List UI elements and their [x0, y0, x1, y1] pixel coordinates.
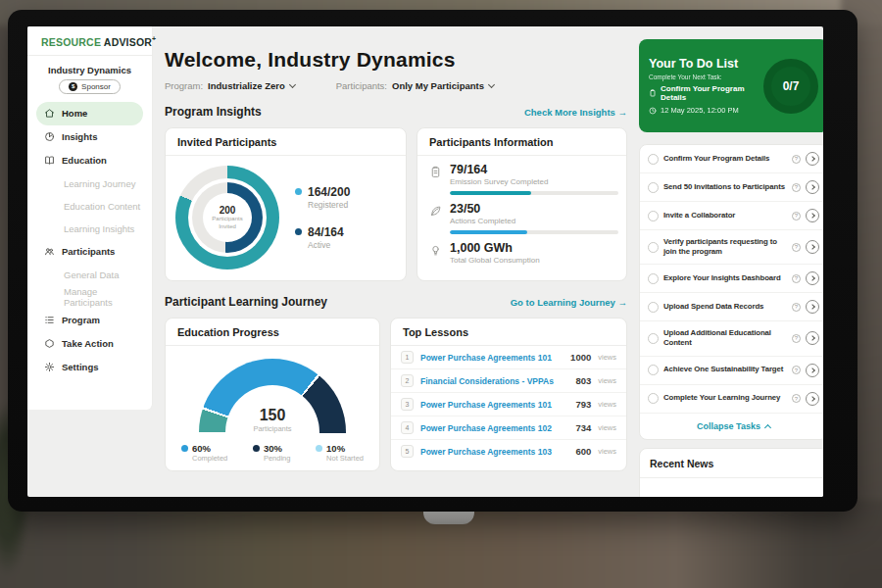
sidebar-item-education-content[interactable]: Education Content [36, 195, 143, 218]
chevron-right-icon[interactable] [806, 300, 819, 314]
chevron-right-icon[interactable] [806, 392, 819, 406]
checkbox-icon[interactable] [648, 242, 659, 253]
chevron-right-icon[interactable] [806, 271, 819, 285]
stat-label: Actions Completed [450, 217, 618, 225]
program-dropdown[interactable]: Program: Industrialize Zero [165, 80, 295, 91]
todo-item[interactable]: Achieve One Sustainability Target ? [640, 357, 823, 385]
go-to-learning-journey-link[interactable]: Go to Learning Journey → [511, 297, 627, 308]
checkbox-icon[interactable] [648, 211, 659, 221]
todo-due: 12 May 2025, 12:00 PM [649, 106, 758, 115]
legend-item-registered: 164/200 Registered [295, 185, 350, 210]
action-icon [44, 338, 55, 349]
chevron-right-icon[interactable] [806, 364, 819, 377]
lesson-row: 2 Financial Considerations - VPPAs 803 v… [391, 369, 626, 393]
todo-item[interactable]: Verify participants requesting to join t… [640, 230, 823, 265]
collapse-tasks-link[interactable]: Collapse Tasks [640, 414, 823, 439]
chevron-right-icon[interactable] [806, 240, 819, 254]
chevron-right-icon[interactable] [806, 209, 819, 222]
gear-icon [44, 362, 55, 372]
book-icon [44, 155, 55, 166]
checkbox-icon[interactable] [648, 365, 659, 375]
todo-item[interactable]: Confirm Your Program Details ? [640, 145, 823, 173]
checkbox-icon[interactable] [648, 333, 659, 344]
lesson-views: 600 [575, 446, 591, 457]
sidebar-item-label: Program [62, 315, 100, 325]
sidebar-item-participants[interactable]: Participants [36, 240, 143, 264]
lesson-link[interactable]: Power Purchase Agreements 103 [420, 447, 568, 457]
sidebar-item-learning-insights[interactable]: Learning Insights [36, 218, 143, 240]
todo-item[interactable]: Upload Spend Data Records ? [640, 293, 823, 321]
sidebar-item-general-data[interactable]: General Data [36, 264, 143, 286]
checkbox-icon[interactable] [648, 302, 659, 313]
checkbox-icon[interactable] [648, 273, 659, 284]
filters-row: Program: Industrialize Zero Participants… [165, 80, 627, 91]
legend-item-not-started: 10% Not Started [316, 443, 364, 463]
sidebar-item-label: Education [62, 155, 107, 166]
stat-actions-completed: 23/50 Actions Completed [417, 195, 626, 234]
todo-item[interactable]: Send 50 Invitations to Participants ? [640, 173, 823, 202]
lesson-link[interactable]: Power Purchase Agreements 101 [420, 353, 564, 363]
sidebar-item-program[interactable]: Program [36, 309, 143, 332]
todo-summary-card: Your To Do List Complete Your Next Task:… [639, 39, 823, 132]
program-insights-header: Program Insights Check More Insights → [165, 105, 627, 119]
clipboard-icon [429, 166, 442, 178]
sidebar-item-take-action[interactable]: Take Action [36, 332, 143, 356]
sidebar-item-education[interactable]: Education [36, 149, 143, 172]
progress-bar-fill [450, 230, 527, 234]
help-icon[interactable]: ? [792, 303, 801, 312]
sidebar-item-home[interactable]: Home [36, 102, 143, 125]
bulb-icon [429, 244, 442, 257]
todo-item[interactable]: Complete Your Learning Journey ? [640, 385, 823, 414]
legend-dot [295, 228, 302, 235]
chevron-right-icon[interactable] [806, 180, 819, 194]
card-title: Top Lessons [391, 318, 626, 346]
help-icon[interactable]: ? [792, 243, 801, 252]
lesson-views: 803 [575, 375, 591, 386]
gauge-center-value: 150 [199, 407, 346, 424]
checkbox-icon[interactable] [648, 182, 659, 193]
dashboard-app: RESOURCE ADVISOR+ Industry Dynamics $ Sp… [27, 26, 823, 497]
lesson-link[interactable]: Financial Considerations - VPPAs [420, 376, 568, 386]
todo-title: Your To Do List [649, 57, 758, 71]
people-icon [44, 246, 55, 257]
lesson-views-suffix: views [598, 400, 616, 409]
gauge-center-label: 150 Participants [199, 407, 346, 433]
stat-value: 23/50 [450, 202, 618, 216]
checkbox-icon[interactable] [648, 393, 659, 404]
todo-item[interactable]: Invite a Collaborator ? [640, 202, 823, 230]
progress-bar [450, 230, 618, 234]
legend-item-pending: 30% Pending [253, 443, 291, 463]
main-content: Welcome, Industry Dynamics Program: Indu… [165, 26, 627, 471]
program-filter-label: Program: [165, 80, 203, 91]
help-icon[interactable]: ? [792, 155, 801, 164]
sidebar-item-label: Take Action [62, 338, 114, 349]
lesson-views: 734 [575, 422, 591, 433]
legend-dot [295, 188, 302, 195]
help-icon[interactable]: ? [792, 183, 801, 192]
checkbox-icon[interactable] [648, 154, 659, 165]
todo-next-task: Confirm Your Program Details [649, 84, 758, 102]
lesson-link[interactable]: Power Purchase Agreements 101 [420, 400, 568, 410]
donut-center-caption: Participants [212, 216, 242, 223]
donut-center-value: 200 [220, 205, 236, 216]
stat-global-consumption: 1,000 GWh Total Global Consumption [417, 234, 626, 265]
sidebar-item-settings[interactable]: Settings [36, 356, 143, 379]
legend-value: 30% [264, 443, 282, 454]
section-title: Program Insights [165, 105, 262, 119]
help-icon[interactable]: ? [792, 334, 801, 343]
todo-item[interactable]: Upload Additional Educational Content ? [640, 321, 823, 356]
sidebar-item-learning-journey[interactable]: Learning Journey [36, 172, 143, 195]
legend-label: Registered [308, 200, 350, 210]
help-icon[interactable]: ? [792, 212, 801, 220]
sidebar-item-manage-participants[interactable]: Manage Participants [36, 286, 143, 309]
chevron-right-icon[interactable] [806, 331, 819, 345]
todo-item[interactable]: Explore Your Insights Dashboard ? [640, 265, 823, 293]
help-icon[interactable]: ? [792, 274, 801, 283]
chevron-right-icon[interactable] [806, 152, 819, 166]
help-icon[interactable]: ? [792, 366, 801, 374]
lesson-link[interactable]: Power Purchase Agreements 102 [420, 423, 568, 433]
sidebar-item-insights[interactable]: Insights [36, 125, 143, 149]
check-more-insights-link[interactable]: Check More Insights → [524, 107, 627, 118]
participants-dropdown[interactable]: Participants: Only My Participants [336, 80, 494, 91]
help-icon[interactable]: ? [792, 394, 801, 403]
